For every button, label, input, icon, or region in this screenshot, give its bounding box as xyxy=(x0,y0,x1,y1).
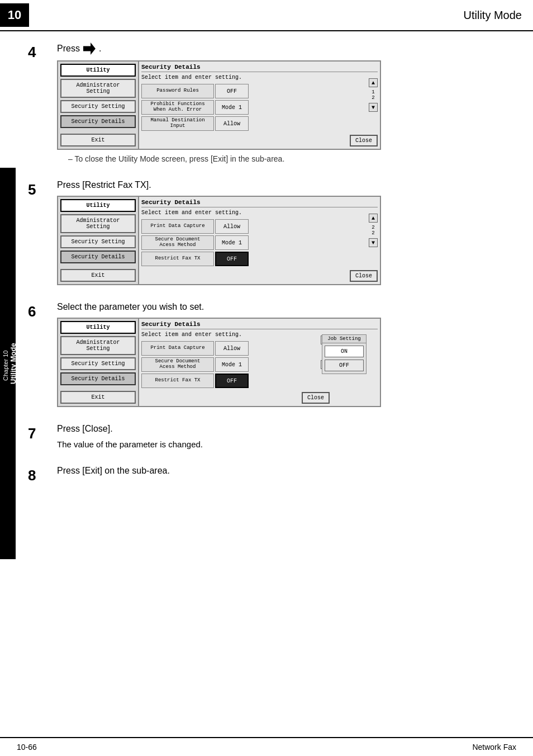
screen-row-2-1: Print Data Capture Allow xyxy=(141,219,368,234)
exit-btn-1[interactable]: Exit xyxy=(60,134,136,147)
row-value-3-2[interactable]: Mode 1 xyxy=(215,357,249,372)
close-btn-2[interactable]: Close xyxy=(350,270,378,282)
row-label-2-2: Secure DocumentAcess Method xyxy=(141,235,214,250)
row-value-2-2[interactable]: Mode 1 xyxy=(215,235,249,250)
step-7-number: 7 xyxy=(28,424,48,449)
row-label-2-1: Print Data Capture xyxy=(141,219,214,234)
screen-mockup-3: Utility AdministratorSetting Security Se… xyxy=(57,318,381,407)
step-8-content: Press [Exit] on the sub-area. xyxy=(57,466,511,484)
row-label-2-3: Restrict Fax TX xyxy=(141,252,214,266)
utility-btn-3[interactable]: Utility xyxy=(60,321,136,334)
scroll-down-1[interactable]: ▼ xyxy=(369,103,378,112)
screen-subheader-1: Select item and enter setting. xyxy=(141,74,378,81)
screen-mockup-1: Utility AdministratorSetting Security Se… xyxy=(57,60,381,150)
step-4-section: 4 Press . Utility AdministratorSetting S… xyxy=(28,42,511,163)
page-title: Utility Mode xyxy=(464,9,522,22)
side-tab-title: Utility Mode xyxy=(9,343,17,384)
admin-setting-btn-1[interactable]: AdministratorSetting xyxy=(60,79,136,98)
row-value-1-1[interactable]: OFF xyxy=(215,84,249,98)
page-indicator-2: 22 xyxy=(369,225,378,236)
exit-btn-2[interactable]: Exit xyxy=(60,269,136,282)
screen-mockup-2: Utility AdministratorSetting Security Se… xyxy=(57,196,381,285)
job-setting-on-btn[interactable]: ON xyxy=(325,346,364,357)
step-4-instruction: Press . xyxy=(57,42,511,55)
page-footer: 10-66 Network Fax xyxy=(0,737,533,756)
page-indicator-1: 12 xyxy=(369,89,378,101)
step-4-number: 4 xyxy=(28,42,48,163)
side-tab: Chapter 10 Utility Mode xyxy=(0,168,16,559)
step-5-text: Press [Restrict Fax TX]. xyxy=(57,180,151,190)
screen-row-1-2: Prohibit FunctionsWhen Auth. Error Mode … xyxy=(141,100,368,115)
admin-setting-btn-3[interactable]: AdministratorSetting xyxy=(60,336,136,355)
step-7-instruction: Press [Close]. xyxy=(57,424,511,434)
screen-rows-1: Password Rules OFF Prohibit FunctionsWhe… xyxy=(141,84,368,147)
scroll-up-2[interactable]: ▲ xyxy=(369,214,378,223)
step-6-section: 6 Select the parameter you wish to set. … xyxy=(28,302,511,407)
step-6-text: Select the parameter you wish to set. xyxy=(57,302,204,312)
step-7-content: Press [Close]. The value of the paramete… xyxy=(57,424,511,449)
screen-row-3-2: Secure DocumentAcess Method Mode 1 xyxy=(141,357,327,372)
chapter-number: 10 xyxy=(0,3,29,27)
row-label-1-2: Prohibit FunctionsWhen Auth. Error xyxy=(141,100,214,115)
row-label-3-1: Print Data Capture xyxy=(141,341,214,356)
screen-row-3-1: Print Data Capture Allow xyxy=(141,341,327,356)
screen-row-1-1: Password Rules OFF xyxy=(141,84,368,98)
step-8-text: Press [Exit] on the sub-area. xyxy=(57,466,170,476)
security-setting-btn-3[interactable]: Security Setting xyxy=(60,357,136,370)
step-8-number: 8 xyxy=(28,466,48,484)
row-label-1-3: Manual DestinationInput xyxy=(141,116,214,131)
row-value-3-3[interactable]: OFF xyxy=(215,374,249,388)
footer-section: Network Fax xyxy=(472,743,516,752)
step-7-section: 7 Press [Close]. The value of the parame… xyxy=(28,424,511,449)
screen-subheader-2: Select item and enter setting. xyxy=(141,210,378,216)
row-label-1-1: Password Rules xyxy=(141,84,214,98)
close-btn-3[interactable]: Close xyxy=(302,392,330,404)
screen-left-3: Utility AdministratorSetting Security Se… xyxy=(58,319,139,406)
screen-left-1: Utility AdministratorSetting Security Se… xyxy=(58,62,139,149)
step-5-section: 5 Press [Restrict Fax TX]. Utility Admin… xyxy=(28,180,511,285)
row-label-3-3: Restrict Fax TX xyxy=(141,374,214,388)
step-4-period: . xyxy=(99,44,101,54)
exit-btn-3[interactable]: Exit xyxy=(60,391,136,404)
screen-header-1: Security Details xyxy=(141,64,378,72)
security-setting-btn-1[interactable]: Security Setting xyxy=(60,100,136,113)
job-setting-off-btn[interactable]: OFF xyxy=(325,360,364,371)
arrow-icon xyxy=(83,42,96,55)
screen-right-1: Security Details Select item and enter s… xyxy=(139,62,380,149)
utility-btn-2[interactable]: Utility xyxy=(60,199,136,212)
screen-row-3-3: Restrict Fax TX OFF xyxy=(141,374,327,388)
scroll-down-2[interactable]: ▼ xyxy=(369,238,378,247)
screen-rows-2: Print Data Capture Allow Secure Document… xyxy=(141,219,368,282)
row-value-2-1[interactable]: Allow xyxy=(215,219,249,234)
screen-row-2-2: Secure DocumentAcess Method Mode 1 xyxy=(141,235,368,250)
screen-header-2: Security Details xyxy=(141,199,378,207)
page-header: 10 Utility Mode xyxy=(0,0,533,31)
close-btn-1[interactable]: Close xyxy=(350,135,378,147)
main-content: 4 Press . Utility AdministratorSetting S… xyxy=(0,37,533,535)
security-details-btn-1[interactable]: Security Details xyxy=(60,115,136,128)
step-4-content: Press . Utility AdministratorSetting Sec… xyxy=(57,42,511,163)
security-setting-btn-2[interactable]: Security Setting xyxy=(60,235,136,248)
screen-row-2-3: Restrict Fax TX OFF xyxy=(141,252,368,266)
footer-page-number: 10-66 xyxy=(17,743,37,752)
screen-row-1-3: Manual DestinationInput Allow xyxy=(141,116,368,131)
screen-right-3: Security Details Select item and enter s… xyxy=(139,319,380,406)
scroll-up-1[interactable]: ▲ xyxy=(369,78,378,87)
admin-setting-btn-2[interactable]: AdministratorSetting xyxy=(60,214,136,233)
step-6-instruction: Select the parameter you wish to set. xyxy=(57,302,511,312)
step-5-content: Press [Restrict Fax TX]. Utility Adminis… xyxy=(57,180,511,285)
screen-header-3: Security Details xyxy=(141,321,378,329)
row-value-3-1[interactable]: Allow xyxy=(215,341,249,356)
step-4-sub-note: To close the Utility Mode screen, press … xyxy=(68,154,511,163)
utility-btn-1[interactable]: Utility xyxy=(60,64,136,77)
step-6-number: 6 xyxy=(28,302,48,407)
security-details-btn-3[interactable]: Security Details xyxy=(60,372,136,385)
security-details-btn-2[interactable]: Security Details xyxy=(60,251,136,263)
step-5-number: 5 xyxy=(28,180,48,285)
row-value-1-2[interactable]: Mode 1 xyxy=(215,100,249,115)
step-8-instruction: Press [Exit] on the sub-area. xyxy=(57,466,511,476)
row-value-2-3[interactable]: OFF xyxy=(215,252,249,266)
side-tab-chapter: Chapter 10 xyxy=(2,351,9,381)
row-value-1-3[interactable]: Allow xyxy=(215,116,249,131)
screen-rows-3: Print Data Capture Allow Secure Document… xyxy=(141,341,327,404)
